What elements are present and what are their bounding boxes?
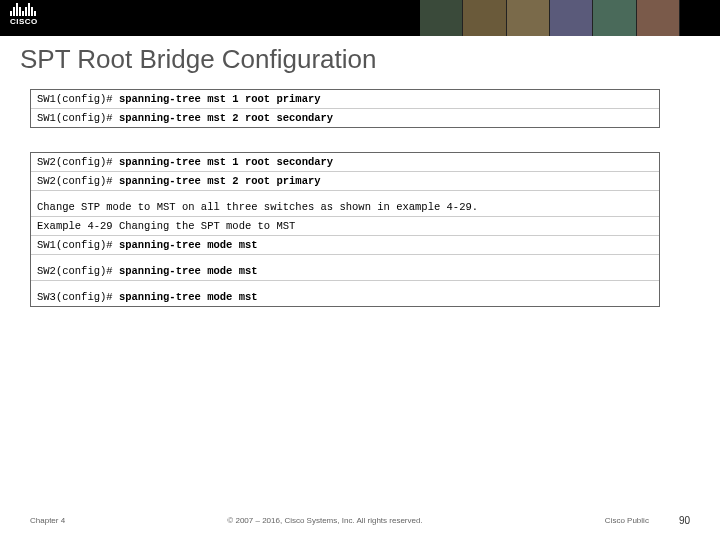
command: spanning-tree mst 2 root primary (119, 175, 321, 187)
prompt: SW1(config)# (37, 93, 119, 105)
code-line: SW2(config)# spanning-tree mst 1 root se… (31, 153, 659, 172)
command: spanning-tree mst 1 root primary (119, 93, 321, 105)
prompt: SW3(config)# (37, 291, 119, 303)
prompt: SW1(config)# (37, 112, 119, 124)
command: spanning-tree mode mst (119, 265, 258, 277)
slide-footer: Chapter 4 © 2007 – 2016, Cisco Systems, … (0, 515, 720, 526)
command: spanning-tree mode mst (119, 291, 258, 303)
command: spanning-tree mode mst (119, 239, 258, 251)
top-banner: CISCO (0, 0, 720, 36)
code-line: SW1(config)# spanning-tree mode mst (31, 236, 659, 255)
slide-title: SPT Root Bridge Configuration (0, 36, 720, 75)
prompt: SW2(config)# (37, 175, 119, 187)
cisco-logo: CISCO (10, 2, 38, 26)
code-text: Change STP mode to MST on all three swit… (31, 191, 659, 217)
footer-chapter: Chapter 4 (30, 516, 65, 525)
code-box-1: SW1(config)# spanning-tree mst 1 root pr… (30, 89, 660, 128)
code-line: SW1(config)# spanning-tree mst 2 root se… (31, 109, 659, 127)
prompt: SW2(config)# (37, 156, 119, 168)
command: spanning-tree mst 2 root secondary (119, 112, 333, 124)
code-line: SW2(config)# spanning-tree mode mst (31, 255, 659, 281)
footer-public: Cisco Public (605, 516, 649, 525)
cisco-logo-text: CISCO (10, 17, 38, 26)
code-line: SW3(config)# spanning-tree mode mst (31, 281, 659, 306)
prompt: SW1(config)# (37, 239, 119, 251)
banner-people-strip (420, 0, 680, 36)
code-line: SW2(config)# spanning-tree mst 2 root pr… (31, 172, 659, 191)
code-text: Example 4-29 Changing the SPT mode to MS… (31, 217, 659, 236)
slide-content: SW1(config)# spanning-tree mst 1 root pr… (0, 75, 720, 307)
code-box-2: SW2(config)# spanning-tree mst 1 root se… (30, 152, 660, 307)
prompt: SW2(config)# (37, 265, 119, 277)
cisco-logo-bars (10, 2, 38, 16)
footer-copyright: © 2007 – 2016, Cisco Systems, Inc. All r… (65, 516, 585, 525)
command: spanning-tree mst 1 root secondary (119, 156, 333, 168)
footer-page-number: 90 (679, 515, 690, 526)
code-line: SW1(config)# spanning-tree mst 1 root pr… (31, 90, 659, 109)
